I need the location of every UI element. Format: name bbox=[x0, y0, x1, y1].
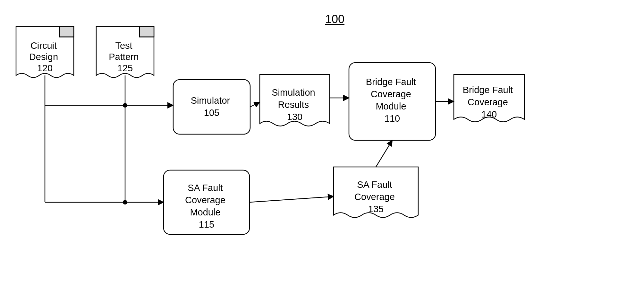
simulation-results-node: Simulation Results 130 bbox=[260, 74, 330, 126]
sa-fault-coverage-node: SA Fault Coverage 135 bbox=[334, 167, 418, 218]
simulator-node: Simulator 105 bbox=[173, 80, 250, 134]
bridge-fault-coverage-node: Bridge Fault Coverage 140 bbox=[454, 74, 524, 122]
test-pattern-node: Test Pattern 125 bbox=[96, 26, 154, 78]
diagram-title: 100 bbox=[325, 13, 344, 26]
bridge-fault-coverage-module-node: Bridge Fault Coverage Module 110 bbox=[349, 63, 436, 140]
diagram-container: 100 Circuit Design 120 Test Pattern 125 bbox=[0, 0, 644, 296]
circuit-design-node: Circuit Design 120 bbox=[16, 26, 74, 78]
svg-rect-77 bbox=[173, 80, 250, 134]
sa-fault-coverage-module-node: SA Fault Coverage Module 115 bbox=[164, 170, 250, 234]
